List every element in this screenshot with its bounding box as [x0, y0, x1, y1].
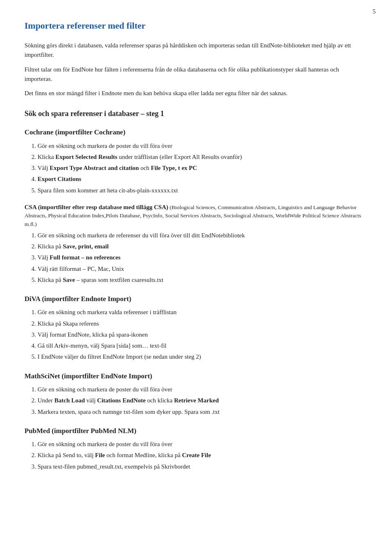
list-item: Gör en sökning och markera de poster du …: [38, 385, 368, 394]
csa-title: CSA (importfilter efter resp database me…: [24, 203, 368, 228]
csa-section: CSA (importfilter efter resp database me…: [24, 203, 368, 285]
mathscinet-title: MathSciNet (importfilter EndNote Import): [24, 371, 368, 382]
intro-paragraph-2: Filtret talar om för EndNote hur fälten …: [24, 65, 368, 84]
pubmed-title: PubMed (importfilter PubMed NLM): [24, 426, 368, 436]
cochrane-title: Cochrane (importfilter Cochrane): [24, 127, 368, 138]
list-item: Gör en sökning och markera valda referen…: [38, 308, 368, 317]
list-item: Klicka på Send to, välj File och format …: [38, 451, 368, 460]
cochrane-section: Cochrane (importfilter Cochrane) Gör en …: [24, 127, 368, 195]
list-item: Klicka på Skapa referens: [38, 319, 368, 328]
list-item: Spara text-filen pubmed_result.txt, exem…: [38, 462, 368, 471]
list-item: Markera texten, spara och namnge txt-fil…: [38, 407, 368, 417]
list-item: Klicka Export Selected Results under trä…: [38, 152, 368, 162]
diva-title: DiVA (importfilter Endnote Import): [24, 294, 368, 304]
mathscinet-section: MathSciNet (importfilter EndNote Import)…: [24, 371, 368, 417]
list-item: Gör en sökning och markera de poster du …: [38, 440, 368, 449]
list-item: Välj Full format – no references: [38, 253, 368, 262]
page-number: 5: [373, 8, 376, 15]
intro-paragraph-1: Sökning görs direkt i databasen, valda r…: [24, 41, 368, 60]
pubmed-section: PubMed (importfilter PubMed NLM) Gör en …: [24, 426, 368, 471]
list-item: Välj Export Type Abstract and citation o…: [38, 163, 368, 173]
csa-list: Gör en sökning och markera de referenser…: [38, 231, 368, 285]
list-item: Spara filen som kommer att heta cit-abs-…: [38, 186, 368, 195]
diva-list: Gör en sökning och markera valda referen…: [38, 308, 368, 362]
pubmed-list: Gör en sökning och markera de poster du …: [38, 440, 368, 471]
list-item: Export Citations: [38, 174, 368, 184]
section1-title: Sök och spara referenser i databaser – s…: [24, 109, 368, 118]
diva-section: DiVA (importfilter Endnote Import) Gör e…: [24, 294, 368, 362]
page-title: Importera referenser med filter: [24, 20, 368, 31]
list-item: Gör en sökning och markera de referenser…: [38, 231, 368, 240]
list-item: Gå till Arkiv-menyn, välj Spara [sida] s…: [38, 341, 368, 351]
intro-paragraph-3: Det finns en stor mängd filter i Endnote…: [24, 89, 368, 98]
cochrane-list: Gör en sökning och markera de poster du …: [38, 141, 368, 195]
list-item: Klicka på Save, print, email: [38, 242, 368, 251]
list-item: I EndNote väljer du filtret EndNote Impo…: [38, 352, 368, 362]
list-item: Under Batch Load välj Citations EndNote …: [38, 396, 368, 405]
csa-bold-title: CSA (importfilter efter resp database me…: [24, 204, 168, 210]
list-item: Klicka på Save – sparas som textfilen cs…: [38, 275, 368, 285]
list-item: Gör en sökning och markera de poster du …: [38, 141, 368, 151]
list-item: Välj rätt filformat – PC, Mac, Unix: [38, 264, 368, 274]
mathscinet-list: Gör en sökning och markera de poster du …: [38, 385, 368, 417]
list-item: Välj format EndNote, klicka på spara-iko…: [38, 330, 368, 339]
